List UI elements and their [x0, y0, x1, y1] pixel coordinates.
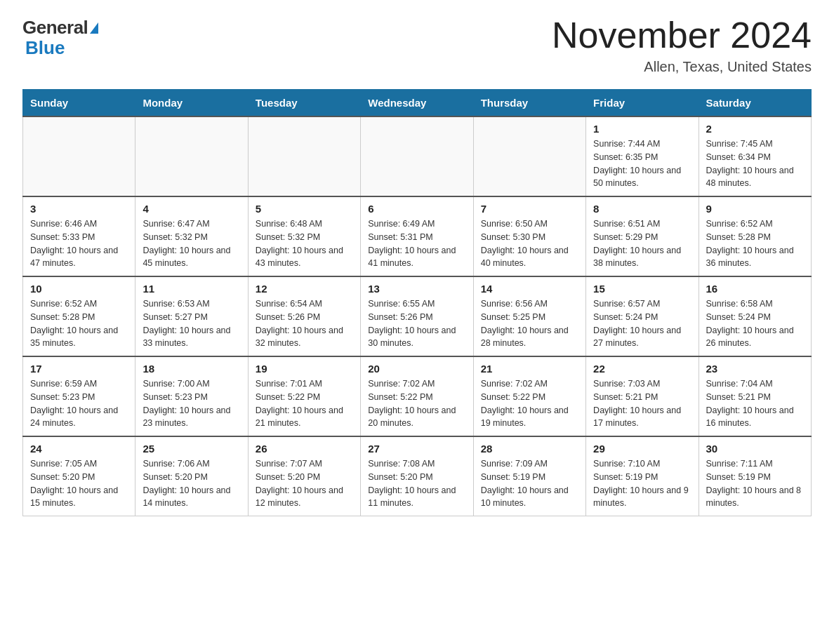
- day-number: 1: [593, 123, 691, 135]
- day-info: Sunrise: 6:59 AMSunset: 5:23 PMDaylight:…: [30, 377, 128, 430]
- calendar-cell: [361, 116, 473, 196]
- calendar-cell: 22Sunrise: 7:03 AMSunset: 5:21 PMDayligh…: [586, 356, 699, 436]
- day-number: 11: [143, 283, 240, 295]
- logo-triangle-icon: [90, 22, 98, 34]
- day-number: 9: [706, 203, 804, 215]
- weekday-header-thursday: Thursday: [473, 90, 585, 117]
- calendar-week-row: 3Sunrise: 6:46 AMSunset: 5:33 PMDaylight…: [23, 196, 812, 276]
- day-info: Sunrise: 7:45 AMSunset: 6:34 PMDaylight:…: [706, 137, 804, 190]
- day-info: Sunrise: 6:50 AMSunset: 5:30 PMDaylight:…: [481, 217, 578, 270]
- page-header: General Blue November 2024 Allen, Texas,…: [22, 17, 812, 75]
- day-number: 15: [593, 283, 691, 295]
- calendar-week-row: 24Sunrise: 7:05 AMSunset: 5:20 PMDayligh…: [23, 436, 812, 516]
- logo: General Blue: [22, 17, 98, 59]
- weekday-header-row: SundayMondayTuesdayWednesdayThursdayFrid…: [23, 90, 812, 117]
- day-info: Sunrise: 7:01 AMSunset: 5:22 PMDaylight:…: [256, 377, 353, 430]
- calendar-week-row: 17Sunrise: 6:59 AMSunset: 5:23 PMDayligh…: [23, 356, 812, 436]
- day-number: 25: [143, 443, 240, 455]
- calendar-cell: [473, 116, 585, 196]
- day-number: 29: [593, 443, 691, 455]
- day-info: Sunrise: 6:48 AMSunset: 5:32 PMDaylight:…: [256, 217, 353, 270]
- day-info: Sunrise: 7:11 AMSunset: 5:19 PMDaylight:…: [706, 457, 804, 510]
- weekday-header-monday: Monday: [135, 90, 248, 117]
- calendar-cell: [135, 116, 248, 196]
- calendar-cell: 9Sunrise: 6:52 AMSunset: 5:28 PMDaylight…: [699, 196, 811, 276]
- calendar-cell: 2Sunrise: 7:45 AMSunset: 6:34 PMDaylight…: [699, 116, 811, 196]
- calendar-cell: 26Sunrise: 7:07 AMSunset: 5:20 PMDayligh…: [248, 436, 360, 516]
- calendar-cell: 29Sunrise: 7:10 AMSunset: 5:19 PMDayligh…: [586, 436, 699, 516]
- day-number: 12: [256, 283, 353, 295]
- logo-general-text: General: [22, 17, 88, 39]
- weekday-header-friday: Friday: [586, 90, 699, 117]
- calendar-table: SundayMondayTuesdayWednesdayThursdayFrid…: [22, 89, 812, 516]
- day-number: 3: [30, 203, 128, 215]
- day-info: Sunrise: 6:47 AMSunset: 5:32 PMDaylight:…: [143, 217, 240, 270]
- day-number: 19: [256, 363, 353, 375]
- calendar-week-row: 10Sunrise: 6:52 AMSunset: 5:28 PMDayligh…: [23, 276, 812, 356]
- calendar-cell: 14Sunrise: 6:56 AMSunset: 5:25 PMDayligh…: [473, 276, 585, 356]
- calendar-week-row: 1Sunrise: 7:44 AMSunset: 6:35 PMDaylight…: [23, 116, 812, 196]
- calendar-cell: 20Sunrise: 7:02 AMSunset: 5:22 PMDayligh…: [361, 356, 473, 436]
- day-number: 18: [143, 363, 240, 375]
- weekday-header-sunday: Sunday: [23, 90, 135, 117]
- day-info: Sunrise: 7:00 AMSunset: 5:23 PMDaylight:…: [143, 377, 240, 430]
- calendar-cell: 8Sunrise: 6:51 AMSunset: 5:29 PMDaylight…: [586, 196, 699, 276]
- calendar-title-area: November 2024 Allen, Texas, United State…: [552, 17, 812, 75]
- calendar-cell: 4Sunrise: 6:47 AMSunset: 5:32 PMDaylight…: [135, 196, 248, 276]
- calendar-cell: 13Sunrise: 6:55 AMSunset: 5:26 PMDayligh…: [361, 276, 473, 356]
- day-number: 7: [481, 203, 578, 215]
- calendar-cell: 21Sunrise: 7:02 AMSunset: 5:22 PMDayligh…: [473, 356, 585, 436]
- day-number: 17: [30, 363, 128, 375]
- day-info: Sunrise: 6:55 AMSunset: 5:26 PMDaylight:…: [368, 297, 465, 350]
- day-number: 26: [256, 443, 353, 455]
- day-info: Sunrise: 7:09 AMSunset: 5:19 PMDaylight:…: [481, 457, 578, 510]
- day-number: 10: [30, 283, 128, 295]
- day-number: 8: [593, 203, 691, 215]
- day-info: Sunrise: 7:10 AMSunset: 5:19 PMDaylight:…: [593, 457, 691, 510]
- day-info: Sunrise: 6:52 AMSunset: 5:28 PMDaylight:…: [30, 297, 128, 350]
- day-number: 23: [706, 363, 804, 375]
- calendar-cell: 17Sunrise: 6:59 AMSunset: 5:23 PMDayligh…: [23, 356, 135, 436]
- day-number: 24: [30, 443, 128, 455]
- day-info: Sunrise: 6:53 AMSunset: 5:27 PMDaylight:…: [143, 297, 240, 350]
- day-number: 21: [481, 363, 578, 375]
- day-number: 16: [706, 283, 804, 295]
- calendar-cell: 23Sunrise: 7:04 AMSunset: 5:21 PMDayligh…: [699, 356, 811, 436]
- calendar-cell: 5Sunrise: 6:48 AMSunset: 5:32 PMDaylight…: [248, 196, 360, 276]
- weekday-header-wednesday: Wednesday: [361, 90, 473, 117]
- day-number: 2: [706, 123, 804, 135]
- day-number: 27: [368, 443, 465, 455]
- calendar-cell: 16Sunrise: 6:58 AMSunset: 5:24 PMDayligh…: [699, 276, 811, 356]
- calendar-cell: [23, 116, 135, 196]
- day-info: Sunrise: 7:08 AMSunset: 5:20 PMDaylight:…: [368, 457, 465, 510]
- day-info: Sunrise: 6:54 AMSunset: 5:26 PMDaylight:…: [256, 297, 353, 350]
- day-info: Sunrise: 6:56 AMSunset: 5:25 PMDaylight:…: [481, 297, 578, 350]
- day-info: Sunrise: 7:02 AMSunset: 5:22 PMDaylight:…: [368, 377, 465, 430]
- calendar-cell: 12Sunrise: 6:54 AMSunset: 5:26 PMDayligh…: [248, 276, 360, 356]
- calendar-cell: 3Sunrise: 6:46 AMSunset: 5:33 PMDaylight…: [23, 196, 135, 276]
- month-year-title: November 2024: [552, 17, 812, 53]
- weekday-header-saturday: Saturday: [699, 90, 811, 117]
- day-info: Sunrise: 6:46 AMSunset: 5:33 PMDaylight:…: [30, 217, 128, 270]
- calendar-cell: [248, 116, 360, 196]
- day-number: 6: [368, 203, 465, 215]
- calendar-cell: 27Sunrise: 7:08 AMSunset: 5:20 PMDayligh…: [361, 436, 473, 516]
- day-info: Sunrise: 6:52 AMSunset: 5:28 PMDaylight:…: [706, 217, 804, 270]
- day-number: 4: [143, 203, 240, 215]
- calendar-cell: 15Sunrise: 6:57 AMSunset: 5:24 PMDayligh…: [586, 276, 699, 356]
- day-info: Sunrise: 6:49 AMSunset: 5:31 PMDaylight:…: [368, 217, 465, 270]
- day-info: Sunrise: 7:02 AMSunset: 5:22 PMDaylight:…: [481, 377, 578, 430]
- calendar-cell: 10Sunrise: 6:52 AMSunset: 5:28 PMDayligh…: [23, 276, 135, 356]
- calendar-cell: 1Sunrise: 7:44 AMSunset: 6:35 PMDaylight…: [586, 116, 699, 196]
- calendar-cell: 30Sunrise: 7:11 AMSunset: 5:19 PMDayligh…: [699, 436, 811, 516]
- calendar-cell: 7Sunrise: 6:50 AMSunset: 5:30 PMDaylight…: [473, 196, 585, 276]
- day-info: Sunrise: 7:04 AMSunset: 5:21 PMDaylight:…: [706, 377, 804, 430]
- calendar-cell: 28Sunrise: 7:09 AMSunset: 5:19 PMDayligh…: [473, 436, 585, 516]
- location-subtitle: Allen, Texas, United States: [552, 59, 812, 75]
- day-info: Sunrise: 7:03 AMSunset: 5:21 PMDaylight:…: [593, 377, 691, 430]
- day-info: Sunrise: 6:57 AMSunset: 5:24 PMDaylight:…: [593, 297, 691, 350]
- logo-blue-text: Blue: [25, 37, 65, 59]
- day-number: 5: [256, 203, 353, 215]
- day-info: Sunrise: 7:06 AMSunset: 5:20 PMDaylight:…: [143, 457, 240, 510]
- calendar-cell: 19Sunrise: 7:01 AMSunset: 5:22 PMDayligh…: [248, 356, 360, 436]
